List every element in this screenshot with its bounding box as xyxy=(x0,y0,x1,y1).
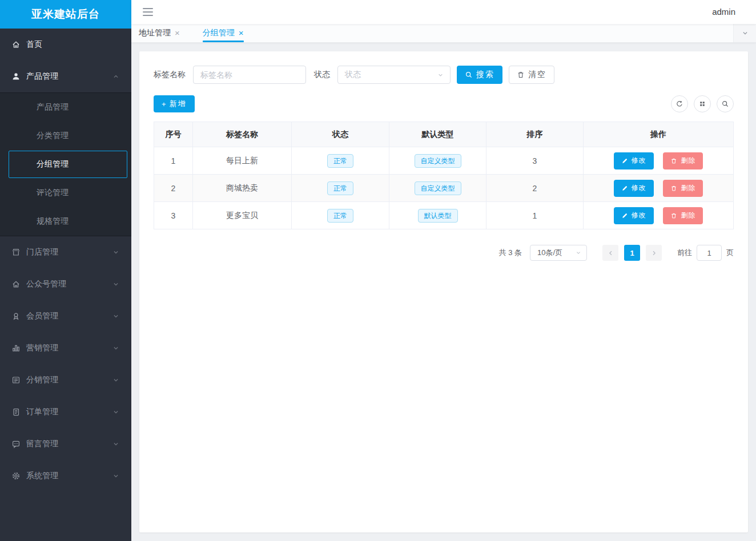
edit-button[interactable]: 修改 xyxy=(614,207,654,224)
chevron-down-icon xyxy=(112,344,120,352)
trash-icon xyxy=(670,212,677,219)
sidebar-item-label: 会员管理 xyxy=(26,311,58,321)
tab-group-management[interactable]: 分组管理 × xyxy=(203,24,244,42)
sidebar-item-label: 营销管理 xyxy=(26,343,58,353)
sidebar-item-product-group[interactable]: 产品管理 xyxy=(0,60,131,92)
sidebar-item-label: 首页 xyxy=(26,39,42,50)
refresh-button[interactable] xyxy=(671,95,688,112)
col-sort: 排序 xyxy=(486,122,584,147)
trash-icon xyxy=(517,71,525,79)
filter-row: 标签名称 状态 状态 搜索 xyxy=(154,66,734,84)
table-header-row: 序号 标签名称 状态 默认类型 排序 操作 xyxy=(154,122,734,147)
col-default-type: 默认类型 xyxy=(389,122,486,147)
prev-page-button[interactable] xyxy=(602,245,618,261)
sidebar-item-label: 评论管理 xyxy=(37,188,69,198)
groups-table: 序号 标签名称 状态 默认类型 排序 操作 1 每日上新 正常 xyxy=(154,122,734,229)
delete-button[interactable]: 删除 xyxy=(663,180,703,197)
sidebar-item-label: 产品管理 xyxy=(26,71,58,82)
sidebar-subitem-product[interactable]: 产品管理 xyxy=(0,93,131,122)
table-toolbar: + 新增 xyxy=(154,95,734,112)
tab-bar: 地址管理 × 分组管理 × xyxy=(131,24,756,43)
page-size-value: 10条/页 xyxy=(537,248,562,258)
status-badge: 正常 xyxy=(327,209,353,223)
cell-no: 3 xyxy=(154,202,193,229)
app-title: 亚米建站后台 xyxy=(0,0,131,29)
goto-suffix: 页 xyxy=(726,248,734,258)
close-icon[interactable]: × xyxy=(175,29,180,37)
sidebar-subitem-spec[interactable]: 规格管理 xyxy=(0,207,131,236)
search-toggle-button[interactable] xyxy=(717,95,734,112)
chevron-down-icon xyxy=(575,249,582,256)
sidebar-item-label: 公众号管理 xyxy=(26,279,66,289)
sidebar-item-label: 订单管理 xyxy=(26,407,58,417)
table-row: 1 每日上新 正常 自定义类型 3 修改 xyxy=(154,147,734,175)
sidebar-menu: 首页 产品管理 产品管理 分类管理 分组管理 xyxy=(0,29,131,541)
group-management-panel: 标签名称 状态 状态 搜索 xyxy=(139,51,748,532)
type-badge: 默认类型 xyxy=(418,209,458,223)
close-icon[interactable]: × xyxy=(239,29,244,37)
cell-sort: 3 xyxy=(486,147,584,175)
marketing-icon xyxy=(11,344,21,353)
status-select[interactable]: 状态 xyxy=(337,66,451,84)
sidebar-item-label: 系统管理 xyxy=(26,471,58,481)
sidebar-item-label: 规格管理 xyxy=(37,216,69,227)
delete-button[interactable]: 删除 xyxy=(663,152,703,169)
sidebar-item-label: 产品管理 xyxy=(37,102,69,112)
status-badge: 正常 xyxy=(327,181,353,195)
edit-icon xyxy=(621,212,628,219)
hamburger-icon[interactable] xyxy=(143,8,153,16)
edit-button[interactable]: 修改 xyxy=(614,152,654,169)
sidebar-item-order[interactable]: 订单管理 xyxy=(0,396,131,428)
chevron-down-icon xyxy=(112,376,120,384)
sidebar-item-member[interactable]: 会员管理 xyxy=(0,300,131,332)
sidebar-item-label: 分组管理 xyxy=(37,159,69,169)
cell-no: 2 xyxy=(154,175,193,202)
refresh-icon xyxy=(675,100,683,108)
tab-options-button[interactable] xyxy=(733,24,756,42)
sidebar-subitem-comment[interactable]: 评论管理 xyxy=(0,179,131,207)
cell-tag-name: 更多宝贝 xyxy=(193,202,292,229)
total-count: 共 3 条 xyxy=(499,248,522,258)
chevron-down-icon xyxy=(112,440,120,448)
chevron-up-icon xyxy=(112,72,120,80)
columns-button[interactable] xyxy=(694,95,711,112)
delete-button[interactable]: 删除 xyxy=(663,207,703,224)
tab-address-management[interactable]: 地址管理 × xyxy=(139,24,180,42)
page-number-button[interactable]: 1 xyxy=(624,245,640,261)
grid-icon xyxy=(699,100,706,107)
status-label: 状态 xyxy=(314,70,330,80)
sidebar-item-official-account[interactable]: 公众号管理 xyxy=(0,268,131,300)
sidebar-item-message[interactable]: 留言管理 xyxy=(0,428,131,460)
sidebar-item-label: 分销管理 xyxy=(26,375,58,385)
chevron-down-icon xyxy=(112,280,120,288)
sidebar-subitem-group[interactable]: 分组管理 xyxy=(9,151,127,178)
goto-page-input[interactable] xyxy=(697,245,722,261)
topbar: admin xyxy=(131,0,756,24)
sidebar-subitem-category[interactable]: 分类管理 xyxy=(0,122,131,150)
sidebar-item-label: 分类管理 xyxy=(37,131,69,141)
add-button[interactable]: + 新增 xyxy=(154,95,195,112)
cell-tag-name: 商城热卖 xyxy=(193,175,292,202)
home-icon xyxy=(11,40,21,49)
sidebar-item-marketing[interactable]: 营销管理 xyxy=(0,332,131,364)
sidebar-item-distribution[interactable]: 分销管理 xyxy=(0,364,131,396)
page-size-select[interactable]: 10条/页 xyxy=(530,245,587,261)
chevron-down-icon xyxy=(741,29,749,37)
chevron-down-icon xyxy=(437,71,444,79)
sidebar-item-home[interactable]: 首页 xyxy=(0,29,131,60)
search-icon xyxy=(721,100,729,108)
tag-name-input[interactable] xyxy=(193,66,306,84)
product-submenu: 产品管理 分类管理 分组管理 评论管理 规格管理 xyxy=(0,92,131,236)
tab-label: 地址管理 xyxy=(139,28,171,38)
user-name[interactable]: admin xyxy=(712,7,735,17)
search-button[interactable]: 搜索 xyxy=(457,66,502,84)
sidebar-item-label: 门店管理 xyxy=(26,247,58,257)
tag-name-label: 标签名称 xyxy=(154,70,186,80)
clear-button[interactable]: 清空 xyxy=(509,66,554,84)
content: 标签名称 状态 状态 搜索 xyxy=(131,43,756,541)
sidebar-item-store[interactable]: 门店管理 xyxy=(0,236,131,268)
order-icon xyxy=(11,407,21,417)
edit-button[interactable]: 修改 xyxy=(614,180,654,197)
sidebar-item-system[interactable]: 系统管理 xyxy=(0,460,131,492)
next-page-button[interactable] xyxy=(646,245,662,261)
